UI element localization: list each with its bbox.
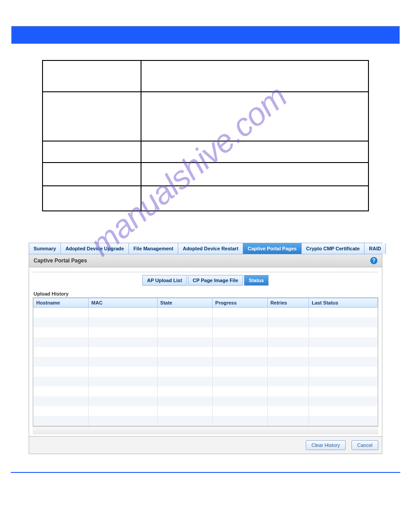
table-cell <box>309 317 378 327</box>
tab-adopted-device-restart[interactable]: Adopted Device Restart <box>178 243 243 254</box>
tab-crypto-cmp-certificate[interactable]: Crypto CMP Certificate <box>302 243 365 254</box>
col-state[interactable]: State <box>157 298 212 308</box>
table-row[interactable] <box>34 337 378 347</box>
table-cell <box>34 377 89 386</box>
panel-container: SummaryAdopted Device UpgradeFile Manage… <box>29 243 382 454</box>
table-cell <box>212 317 267 327</box>
table-row[interactable] <box>34 386 378 396</box>
history-header-row: HostnameMACStateProgressRetriesLast Stat… <box>34 298 378 308</box>
button-row: Clear History Cancel <box>29 437 382 454</box>
table-cell <box>157 367 212 377</box>
table-cell <box>267 377 308 386</box>
table-cell <box>157 357 212 367</box>
table-cell <box>157 406 212 416</box>
table-cell <box>212 308 267 317</box>
table-cell <box>212 386 267 396</box>
main-tab-bar: SummaryAdopted Device UpgradeFile Manage… <box>29 243 382 254</box>
tab-raid[interactable]: RAID <box>364 243 386 254</box>
table-cell <box>34 416 89 426</box>
table-row[interactable] <box>34 327 378 337</box>
table-cell <box>89 386 158 396</box>
tab-summary[interactable]: Summary <box>29 243 61 254</box>
table-cell <box>309 357 378 367</box>
table-cell <box>212 347 267 357</box>
table-cell <box>89 317 158 327</box>
table-cell <box>267 308 308 317</box>
table-cell <box>267 367 308 377</box>
subtab-ap-upload-list[interactable]: AP Upload List <box>142 275 187 286</box>
table-cell <box>34 367 89 377</box>
panel-title-text: Captive Portal Pages <box>34 257 87 264</box>
table-cell <box>89 377 158 386</box>
tab-captive-portal-pages[interactable]: Captive Portal Pages <box>243 243 301 254</box>
tab-file-management[interactable]: File Management <box>129 243 178 254</box>
table-cell <box>89 347 158 357</box>
table-row[interactable] <box>34 317 378 327</box>
table-cell <box>89 367 158 377</box>
table-row[interactable] <box>34 377 378 386</box>
upload-history-legend: Upload History <box>34 291 378 296</box>
col-progress[interactable]: Progress <box>212 298 267 308</box>
history-body <box>34 308 378 426</box>
table-cell <box>157 327 212 337</box>
table-cell <box>267 327 308 337</box>
table-cell <box>309 347 378 357</box>
col-retries[interactable]: Retries <box>267 298 308 308</box>
table-cell <box>309 367 378 377</box>
table-cell <box>89 396 158 406</box>
table-cell <box>267 317 308 327</box>
table-cell <box>157 377 212 386</box>
cancel-button[interactable]: Cancel <box>351 440 378 450</box>
table-cell <box>34 337 89 347</box>
table-cell <box>212 367 267 377</box>
table-cell <box>309 406 378 416</box>
table-cell <box>212 396 267 406</box>
table-cell <box>212 377 267 386</box>
table-cell <box>212 357 267 367</box>
table-cell <box>212 406 267 416</box>
table-cell <box>34 396 89 406</box>
table-cell <box>157 386 212 396</box>
table-cell <box>267 347 308 357</box>
table-cell <box>309 396 378 406</box>
table-cell <box>89 357 158 367</box>
table-row[interactable] <box>34 347 378 357</box>
table-cell <box>212 416 267 426</box>
table-cell <box>34 308 89 317</box>
table-cell <box>89 337 158 347</box>
clear-history-button[interactable]: Clear History <box>306 440 346 450</box>
table-row[interactable] <box>34 396 378 406</box>
table-cell <box>309 337 378 347</box>
table-cell <box>267 406 308 416</box>
table-cell <box>34 347 89 357</box>
table-row[interactable] <box>34 367 378 377</box>
table-cell <box>34 327 89 337</box>
sub-tab-bar: AP Upload ListCP Page Image FileStatus <box>33 275 378 286</box>
table-row[interactable] <box>34 357 378 367</box>
table-row[interactable] <box>34 416 378 426</box>
table-cell <box>267 357 308 367</box>
table-cell <box>157 317 212 327</box>
tab-adopted-device-upgrade[interactable]: Adopted Device Upgrade <box>61 243 129 254</box>
col-last-status[interactable]: Last Status <box>309 298 378 308</box>
table-row[interactable] <box>34 406 378 416</box>
table-cell <box>34 406 89 416</box>
table-cell <box>89 406 158 416</box>
table-cell <box>212 337 267 347</box>
col-hostname[interactable]: Hostname <box>34 298 89 308</box>
history-table: HostnameMACStateProgressRetriesLast Stat… <box>33 298 378 426</box>
table-cell <box>267 386 308 396</box>
table-cell <box>157 416 212 426</box>
table-cell <box>309 377 378 386</box>
table-cell <box>157 347 212 357</box>
subtab-status[interactable]: Status <box>244 275 269 286</box>
table-cell <box>309 327 378 337</box>
table-cell <box>267 396 308 406</box>
table-row[interactable] <box>34 308 378 317</box>
table-cell <box>89 416 158 426</box>
col-mac[interactable]: MAC <box>89 298 158 308</box>
subtab-cp-page-image-file[interactable]: CP Page Image File <box>188 275 243 286</box>
param-table <box>42 60 369 211</box>
table-cell <box>89 308 158 317</box>
help-icon[interactable]: ? <box>370 257 377 264</box>
